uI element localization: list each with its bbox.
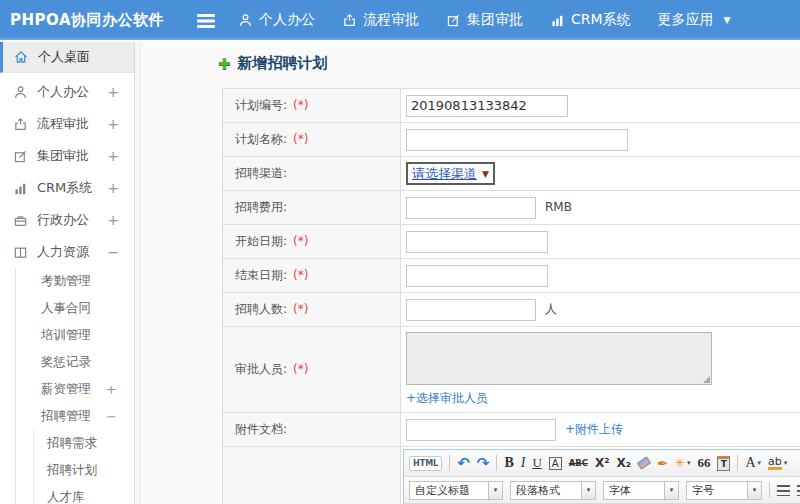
undo-icon[interactable]: ↶ [457,454,470,472]
field-label: 结束日期: [235,268,287,282]
form-row-channel: 招聘渠道: 请选择渠道 ▼ [223,157,800,191]
resize-handle-icon[interactable] [703,376,710,383]
sidebar-item-workflow-approval[interactable]: 流程审批 + [0,108,134,140]
sidebar-splitter[interactable] [134,42,141,504]
recruitment-submenu: 招聘需求 招聘计划 人才库 [33,430,134,504]
font-size-select[interactable]: 字号 ▾ [686,481,762,500]
collapse-icon[interactable]: − [106,409,117,424]
paragraph-format-select[interactable]: 段落格式 ▾ [510,481,596,500]
field-label: 开始日期: [235,234,287,248]
field-label: 计划编号: [235,98,287,112]
format-paint-icon[interactable]: ✳▾ [675,456,691,470]
caret-down-icon: ▾ [582,481,596,500]
caret-down-icon: ▼ [482,169,489,179]
bold-button[interactable]: B [504,455,513,471]
plan-name-input[interactable] [406,129,628,151]
expand-icon[interactable]: + [107,180,119,196]
form-row-end-date: 结束日期:(*) [223,259,800,293]
sidebar-item-crm[interactable]: CRM系统 + [0,172,134,204]
nav-personal-office[interactable]: 个人办公 [238,11,315,29]
top-bar: PHPOA协同办公软件 个人办公 流程审批 集团审批 CRM系统 更多应用 ▼ [0,0,800,40]
caret-down-icon: ▼ [724,15,731,25]
blockquote-button[interactable]: 66 [697,455,710,471]
italic-button[interactable]: I [521,455,526,471]
strikethrough-button[interactable]: ABC [569,458,588,468]
sidebar-item-salary[interactable]: 薪资管理 + [16,376,134,403]
bar-chart-icon [13,181,28,196]
sidebar-item-talent-pool[interactable]: 人才库 [34,484,134,504]
start-date-input[interactable] [406,231,548,253]
sidebar-item-training[interactable]: 培训管理 [16,322,134,349]
expand-icon[interactable]: + [106,382,117,397]
caret-down-icon: ▾ [489,481,503,500]
brush-icon[interactable]: ✒ [657,456,668,471]
expand-icon[interactable]: + [107,148,119,164]
sidebar-item-recruitment[interactable]: 招聘管理 − [16,403,134,430]
plan-no-input[interactable] [406,95,568,117]
font-family-select[interactable]: 字体 ▾ [603,481,679,500]
caret-down-icon: ▾ [687,459,691,467]
hamburger-menu-icon[interactable] [197,14,215,17]
headcount-input[interactable] [406,299,536,321]
hr-submenu: 考勤管理 人事合同 培训管理 奖惩记录 薪资管理 + 招聘管理 − 招聘需求 招… [15,268,134,504]
html-source-button[interactable]: HTML [409,456,442,471]
sidebar-item-admin-office[interactable]: 行政办公 + [0,204,134,236]
paste-text-icon[interactable]: T [717,456,730,471]
end-date-input[interactable] [406,265,548,287]
attachment-upload-link[interactable]: +附件上传 [565,422,623,436]
fee-unit: RMB [545,200,572,214]
sidebar-item-recruit-plan[interactable]: 招聘计划 [34,457,134,484]
sidebar-item-rewards[interactable]: 奖惩记录 [16,349,134,376]
briefcase-icon [13,213,28,228]
page-title: ✚ 新增招聘计划 [218,54,328,73]
app-logo: PHPOA协同办公软件 [10,0,164,40]
caret-down-icon: ▾ [748,481,762,500]
required-mark: (*) [293,302,308,316]
eraser-icon[interactable] [637,456,651,469]
sidebar-item-attendance[interactable]: 考勤管理 [16,268,134,295]
align-left-icon[interactable] [777,485,790,496]
fee-input[interactable] [406,197,536,219]
required-mark: (*) [293,98,308,112]
form-row-plan-no: 计划编号:(*) [223,89,800,123]
main-content: ✚ 新增招聘计划 计划编号:(*) 计划名称:(*) 招聘渠道: 请选择渠道 ▼… [141,42,800,504]
expand-icon[interactable]: + [107,84,119,100]
highlight-color-button[interactable]: ab▾ [768,456,787,470]
user-icon [13,85,28,100]
sidebar: 个人桌面 个人办公 + 流程审批 + 集团审批 + CRM系统 + 行政办公 +… [0,42,134,504]
redo-icon[interactable]: ↷ [477,454,490,472]
nav-more-apps[interactable]: 更多应用 ▼ [658,11,731,29]
approver-textarea[interactable] [406,332,712,385]
font-color-button[interactable]: A▾ [745,455,761,471]
expand-icon[interactable]: + [107,116,119,132]
form-row-editor: HTML ↶ ↷ B I U A ABC X² X₂ ✒ [223,447,800,504]
nav-workflow-approval[interactable]: 流程审批 [342,11,419,29]
sidebar-item-hr-contract[interactable]: 人事合同 [16,295,134,322]
sidebar-item-personal-office[interactable]: 个人办公 + [0,76,134,108]
nav-crm-system[interactable]: CRM系统 [550,11,631,29]
channel-select[interactable]: 请选择渠道 ▼ [406,162,495,185]
superscript-button[interactable]: X² [595,456,610,470]
expand-icon[interactable]: + [107,212,119,228]
sidebar-item-recruit-demand[interactable]: 招聘需求 [34,430,134,457]
font-border-button[interactable]: A [549,457,562,470]
select-approver-link[interactable]: +选择审批人员 [406,390,800,407]
caret-down-icon: ▾ [784,459,788,467]
custom-title-select[interactable]: 自定义标题 ▾ [409,481,503,500]
collapse-icon[interactable]: − [107,244,119,260]
sidebar-item-desktop[interactable]: 个人桌面 [0,42,134,73]
field-label: 审批人员: [235,362,287,376]
form-row-start-date: 开始日期:(*) [223,225,800,259]
required-mark: (*) [293,268,308,282]
underline-button[interactable]: U [532,455,541,471]
sidebar-item-hr[interactable]: 人力资源 − [0,236,134,268]
nav-group-approval[interactable]: 集团审批 [446,11,523,29]
headcount-unit: 人 [545,302,557,316]
caret-down-icon: ▾ [758,459,762,467]
attachment-input[interactable] [406,419,556,441]
caret-down-icon: ▾ [665,481,679,500]
subscript-button[interactable]: X₂ [616,456,631,470]
form-row-plan-name: 计划名称:(*) [223,123,800,157]
sidebar-item-group-approval[interactable]: 集团审批 + [0,140,134,172]
required-mark: (*) [293,234,308,248]
